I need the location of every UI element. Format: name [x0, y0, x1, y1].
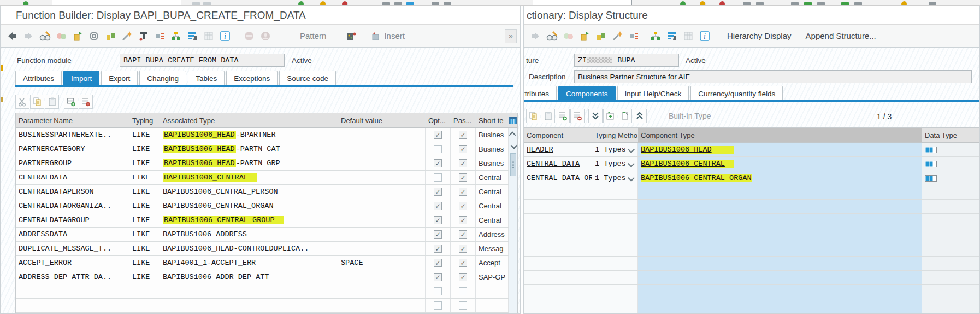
component-type-cell[interactable]: BAPIBUS1006_CENTRAL_ORGAN — [638, 171, 922, 185]
insert-row-icon[interactable] — [64, 95, 78, 109]
sorted-display-icon[interactable] — [664, 29, 680, 43]
short-text-cell[interactable]: Messag — [476, 242, 509, 255]
col-header-pass-value[interactable]: Pas... — [451, 113, 476, 127]
parameter-name-cell[interactable]: ACCEPT_ERROR — [16, 256, 129, 270]
forward-icon[interactable] — [527, 29, 544, 43]
back-icon[interactable] — [4, 29, 20, 43]
data-type-cell[interactable] — [922, 143, 979, 156]
short-text-cell[interactable]: Central — [476, 213, 509, 227]
default-value-cell[interactable] — [338, 128, 426, 142]
pattern-wand-icon[interactable] — [609, 29, 625, 43]
dropdown-chevron-icon[interactable] — [628, 160, 635, 167]
parameter-name-cell[interactable]: CENTRALDATAGROUP — [16, 213, 129, 227]
associated-type-cell[interactable]: BAPIBUS1006_CENTRAL_PERSON — [160, 185, 338, 199]
optional-checkbox[interactable] — [434, 287, 442, 295]
refresh-compare-icon[interactable] — [560, 29, 576, 43]
typing-cell[interactable]: LIKE — [129, 185, 160, 199]
move-top-icon[interactable] — [633, 109, 647, 123]
optional-checkbox[interactable] — [434, 273, 442, 281]
component-cell[interactable]: HEADER — [524, 143, 592, 156]
optional-checkbox[interactable] — [434, 259, 442, 267]
associated-type-cell[interactable]: BAPIBUS1006_HEAD-BPARTNER — [160, 128, 338, 142]
info-icon[interactable]: i — [696, 29, 713, 43]
associated-type-cell[interactable]: BAPIBUS1006_CENTRAL_GROUP — [160, 213, 338, 227]
pass-value-checkbox[interactable] — [459, 145, 467, 153]
typing-method-cell[interactable]: 1 Types — [592, 171, 638, 185]
toolbar-overflow-button[interactable]: » — [505, 29, 517, 43]
compare-icon[interactable] — [593, 29, 609, 43]
typing-cell[interactable]: LIKE — [129, 156, 160, 170]
parameter-name-cell[interactable]: ADDRESSDATA — [16, 228, 129, 241]
data-type-cell[interactable] — [922, 157, 979, 171]
optional-checkbox[interactable] — [434, 230, 442, 239]
typing-method-cell[interactable]: 1 Types — [592, 157, 638, 171]
tab-components[interactable]: Components — [558, 86, 616, 101]
default-value-cell[interactable] — [338, 142, 426, 156]
pretty-printer-icon[interactable] — [343, 29, 359, 43]
short-text-cell[interactable]: Accept — [476, 256, 509, 270]
col-header-default-value[interactable]: Default value — [338, 113, 426, 127]
pass-value-checkbox[interactable] — [459, 131, 467, 139]
col-header-data-type[interactable]: Data Type — [922, 128, 979, 142]
compare-icon[interactable] — [102, 29, 119, 43]
scroll-up-button[interactable] — [509, 128, 517, 140]
associated-type-cell[interactable]: BAPIBUS1006_CENTRAL_ORGAN — [160, 199, 338, 213]
pass-value-checkbox[interactable] — [459, 173, 467, 182]
new-entry-icon[interactable] — [618, 109, 632, 123]
default-value-cell[interactable] — [338, 156, 426, 170]
save-icon-2[interactable] — [680, 1, 686, 6]
scroll-down-button[interactable] — [509, 140, 517, 152]
short-text-cell[interactable]: Busines — [476, 142, 509, 156]
tab-import[interactable]: Import — [63, 71, 99, 85]
short-text-cell[interactable]: Central — [476, 185, 509, 199]
col-header-typing[interactable]: Typing — [129, 113, 160, 127]
forward-icon[interactable] — [20, 29, 37, 43]
typing-cell[interactable]: LIKE — [129, 171, 160, 184]
navigate-split-icon[interactable] — [151, 29, 168, 43]
parameter-name-cell[interactable]: CENTRALDATA — [16, 171, 129, 184]
copy-transport-icon[interactable] — [576, 29, 593, 43]
tab-input-help-check[interactable]: Input Help/Check — [617, 86, 689, 101]
table-settings-icon[interactable] — [509, 113, 517, 127]
parameter-name-cell[interactable]: BUSINESSPARTNEREXTE.. — [16, 128, 129, 142]
description-field[interactable]: Business Partner Structure for AIF — [574, 70, 972, 83]
optional-checkbox[interactable] — [434, 216, 442, 224]
col-header-parameter-name[interactable]: Parameter Name — [16, 113, 129, 127]
pattern-wand-icon[interactable] — [119, 29, 135, 43]
scrollbar-thumb[interactable] — [510, 153, 516, 176]
parameter-name-cell[interactable]: CENTRALDATAORGANIZA.. — [16, 199, 129, 213]
display-change-icon[interactable] — [544, 29, 560, 43]
optional-checkbox[interactable] — [434, 188, 442, 196]
pass-value-checkbox[interactable] — [459, 245, 467, 253]
where-used-icon[interactable] — [135, 29, 151, 43]
col-header-typing-method[interactable]: Typing Method — [592, 128, 638, 142]
sorted-display-icon[interactable] — [184, 29, 200, 43]
parameter-name-cell[interactable]: PARTNERCATEGORY — [16, 142, 129, 156]
optional-checkbox[interactable] — [434, 202, 442, 210]
function-module-field[interactable]: BAPI_BUPA_CREATE_FROM_DATA — [120, 54, 285, 67]
dropdown-chevron-icon[interactable] — [628, 175, 635, 182]
pass-value-checkbox[interactable] — [459, 259, 467, 267]
optional-checkbox[interactable] — [434, 159, 442, 167]
typing-cell[interactable]: LIKE — [129, 128, 160, 142]
back-circle-icon[interactable] — [320, 1, 326, 6]
optional-checkbox[interactable] — [434, 301, 442, 310]
info-icon[interactable]: i — [217, 29, 233, 43]
pass-value-checkbox[interactable] — [459, 159, 467, 167]
parameter-name-cell[interactable]: PARTNERGROUP — [16, 156, 129, 170]
pass-value-checkbox[interactable] — [459, 202, 467, 210]
default-value-cell[interactable] — [338, 185, 426, 199]
col-header-short-text[interactable]: Short te — [476, 113, 509, 127]
typing-cell[interactable]: LIKE — [129, 142, 160, 156]
dropdown-chevron-icon[interactable] — [628, 146, 635, 153]
command-field-2[interactable] — [533, 0, 632, 5]
display-change-icon[interactable] — [37, 29, 53, 43]
delete-row-icon[interactable] — [570, 109, 585, 123]
cut-rows-icon[interactable] — [15, 95, 29, 109]
exit-circle-icon-2[interactable] — [719, 1, 725, 6]
component-type-cell[interactable]: BAPIBUS1006_CENTRAL — [638, 157, 922, 171]
optional-checkbox[interactable] — [434, 173, 442, 182]
short-text-cell[interactable]: Central — [476, 171, 509, 184]
tab-export[interactable]: Export — [101, 71, 138, 85]
save-icon[interactable] — [298, 1, 304, 6]
